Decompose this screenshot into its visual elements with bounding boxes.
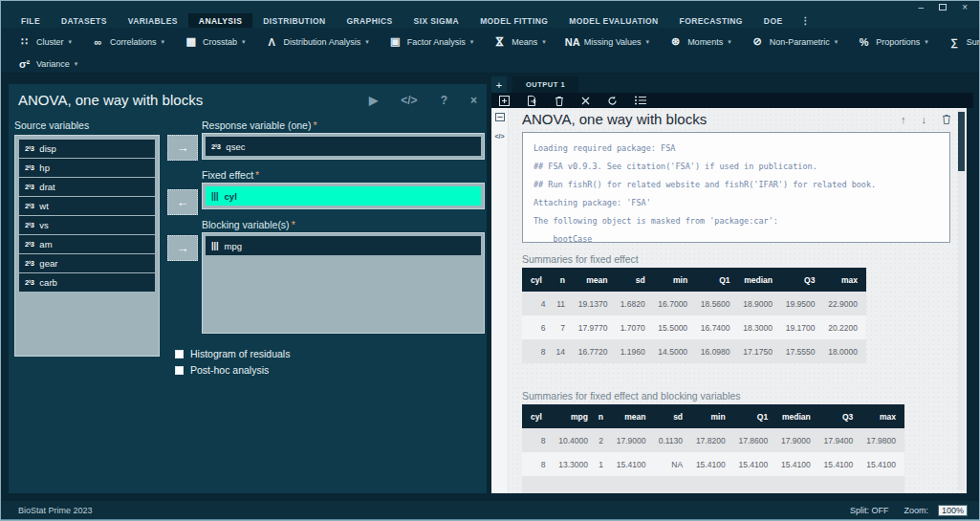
means-tool[interactable]: ⋈Means▾ [484, 35, 555, 48]
menu-tab-model-evaluation[interactable]: MODEL EVALUATION [558, 13, 668, 28]
collapse-section-icon[interactable] [495, 113, 505, 121]
menu-tab-model-fitting[interactable]: MODEL FITTING [469, 13, 558, 28]
factor-variable-icon: ||| [211, 191, 219, 201]
source-variable-wt[interactable]: 2¹3wt [19, 197, 155, 215]
trash-icon[interactable] [555, 96, 564, 106]
numeric-variable-icon: 2¹3 [25, 163, 33, 172]
split-status[interactable]: Split: OFF [850, 506, 889, 515]
application-window: – × FILEDATASETSVARIABLESANALYSISDISTRIB… [0, 0, 980, 521]
source-variable-drat[interactable]: 2¹3drat [19, 178, 155, 196]
source-variable-gear[interactable]: 2¹3gear [19, 254, 155, 272]
tool-label: Variance [36, 59, 70, 69]
source-variable-vs[interactable]: 2¹3vs [19, 216, 155, 234]
outline-list-icon[interactable] [635, 96, 646, 105]
menu-tab-doe[interactable]: DOE [753, 13, 794, 28]
fixed-effect-label: Fixed effect* [202, 169, 259, 181]
close-button[interactable]: × [962, 3, 968, 12]
numeric-variable-icon: 2¹3 [211, 142, 220, 151]
histogram-of-residuals-option[interactable]: Histogram of residuals [175, 348, 290, 359]
menu-tab-forecasting[interactable]: FORECASTING [669, 13, 753, 28]
move-blocking-button[interactable]: → [167, 235, 198, 261]
source-variable-carb[interactable]: 2¹3carb [19, 273, 155, 292]
table-cell: 22.9000 [823, 292, 866, 315]
dialog-close-icon[interactable]: × [470, 94, 477, 107]
table-cell: 16.7720 [574, 339, 616, 363]
refresh-icon[interactable] [607, 96, 618, 106]
menu-tab-graphics[interactable]: GRAPHICS [337, 13, 403, 28]
table-cell: 17.8600 [734, 428, 777, 452]
output-tab[interactable]: OUTPUT 1 [512, 76, 578, 93]
summary-icon: ∑ [947, 36, 962, 48]
factor-analysis-tool[interactable]: ▣Factor Analysis▾ [380, 35, 483, 48]
crosstab-tool[interactable]: ▩Crosstab▾ [175, 35, 254, 48]
post-hoc-analysis-option[interactable]: Post-hoc analysis [175, 364, 269, 376]
column-header: Q1 [696, 268, 738, 292]
table-cell: 8 [522, 339, 554, 363]
table-cell: 17.9400 [819, 428, 862, 452]
checkbox-icon[interactable] [175, 350, 184, 358]
app-name: BioStat Prime 2023 [18, 506, 93, 515]
menu-tab-file[interactable]: FILE [11, 13, 51, 28]
proportions-tool[interactable]: %Proportions▾ [848, 36, 937, 48]
checkbox-icon[interactable] [175, 366, 184, 375]
code-block-icon[interactable]: </> [494, 133, 504, 140]
remove-fixed-button[interactable]: ← [167, 189, 198, 215]
menu-tab-analysis[interactable]: ANALYSIS [188, 13, 252, 28]
menu-overflow-icon[interactable]: ⋮ [793, 13, 817, 28]
move-section-down-icon[interactable]: ↓ [922, 114, 927, 125]
moments-tool[interactable]: ⊛Moments▾ [660, 35, 740, 48]
menu-tab-distribution[interactable]: DISTRIBUTION [252, 13, 336, 28]
close-output-icon[interactable] [581, 97, 590, 105]
output-section-title: ANOVA, one way with blocks [522, 111, 707, 127]
table-cell: 20.2200 [823, 315, 866, 339]
menu-tab-variables[interactable]: VARIABLES [118, 13, 188, 28]
source-variable-am[interactable]: 2¹3am [19, 235, 155, 253]
chevron-down-icon: ▾ [470, 38, 474, 46]
code-icon[interactable]: </> [401, 94, 417, 107]
numeric-variable-icon: 2¹3 [25, 144, 33, 153]
blocking-variables-list[interactable]: ||| mpg [202, 232, 485, 334]
add-output-tab-button[interactable]: + [491, 76, 507, 93]
run-icon[interactable]: ▶ [369, 94, 378, 107]
fixed-effect-field[interactable]: ||| cyl [202, 183, 485, 209]
numeric-variable-icon: 2¹3 [25, 240, 33, 249]
output-scrollbar[interactable] [958, 110, 965, 490]
move-section-up-icon[interactable]: ↑ [901, 114, 906, 125]
clipped-table-row [522, 476, 904, 493]
cluster-tool[interactable]: ∷Cluster▾ [9, 35, 80, 48]
zoom-value[interactable]: 100% [938, 505, 968, 516]
non-parametric-tool[interactable]: ⊘Non-Parametric▾ [742, 35, 847, 48]
source-variables-list[interactable]: 2¹3disp2¹3hp2¹3drat2¹3wt2¹3vs2¹3am2¹3gea… [14, 135, 160, 357]
variable-name: am [39, 239, 52, 250]
table-cell: 2 [597, 428, 612, 452]
move-response-button[interactable]: → [167, 135, 198, 161]
missing-values-icon: NA [565, 36, 579, 48]
variance-tool[interactable]: σ²Variance▾ [9, 58, 86, 70]
source-variable-hp[interactable]: 2¹3hp [19, 159, 155, 177]
export-icon[interactable] [527, 96, 537, 106]
minimize-button[interactable]: – [919, 3, 925, 12]
variable-name: carb [39, 277, 56, 288]
missing-values-tool[interactable]: NAMissing Values▾ [556, 36, 658, 48]
distribution-analysis-tool[interactable]: ΛDistribution Analysis▾ [256, 36, 378, 48]
tool-label: Cluster [36, 37, 64, 47]
column-header: median [776, 404, 819, 428]
table-cell: 14.5000 [654, 339, 696, 363]
menu-tab-six-sigma[interactable]: SIX SIGMA [403, 13, 470, 28]
column-header: Q1 [734, 404, 777, 428]
summaries-fixed-blocking-table: cylmpgnmeansdminQ1medianQ3max 810.400021… [522, 404, 904, 476]
menu-tab-datasets[interactable]: DATASETS [51, 13, 118, 28]
correlations-tool[interactable]: ∞Correlations▾ [82, 36, 173, 48]
table-cell: 11 [554, 292, 574, 315]
add-section-icon[interactable] [499, 96, 510, 106]
source-variable-disp[interactable]: 2¹3disp [19, 140, 155, 158]
summary-tool[interactable]: ∑Summary▾ [939, 36, 980, 48]
table-cell: 19.1370 [574, 292, 616, 315]
scrollbar-thumb[interactable] [958, 112, 965, 171]
maximize-button[interactable] [939, 4, 947, 11]
delete-section-icon[interactable] [942, 114, 951, 124]
response-variable-field[interactable]: 2¹3 qsec [202, 133, 485, 160]
help-icon[interactable]: ? [441, 94, 447, 107]
table-row: 810.4000217.90000.113017.820017.860017.9… [522, 428, 904, 452]
blocking-variable-value: mpg [225, 241, 242, 251]
